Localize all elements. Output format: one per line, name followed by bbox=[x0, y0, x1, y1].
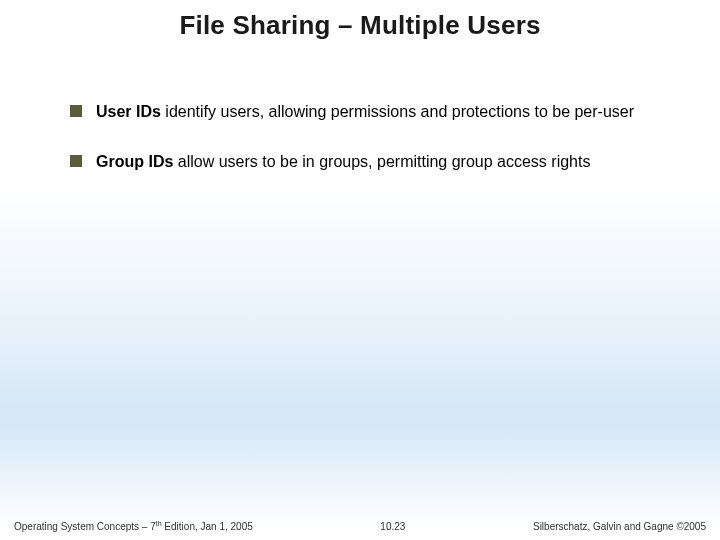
slide-footer: Operating System Concepts – 7th Edition,… bbox=[0, 520, 720, 532]
footer-left: Operating System Concepts – 7th Edition,… bbox=[14, 520, 253, 532]
footer-page-number: 10.23 bbox=[253, 521, 533, 532]
bullet-rest: allow users to be in groups, permitting … bbox=[173, 153, 590, 170]
slide-content: User IDs identify users, allowing permis… bbox=[0, 41, 720, 172]
bullet-square-icon bbox=[70, 155, 82, 167]
slide-title: File Sharing – Multiple Users bbox=[0, 0, 720, 41]
bullet-rest: identify users, allowing permissions and… bbox=[161, 103, 634, 120]
bullet-square-icon bbox=[70, 105, 82, 117]
bullet-text: Group IDs allow users to be in groups, p… bbox=[96, 151, 590, 173]
bullet-bold: Group IDs bbox=[96, 153, 173, 170]
footer-copyright: Silberschatz, Galvin and Gagne ©2005 bbox=[533, 521, 706, 532]
bullet-text: User IDs identify users, allowing permis… bbox=[96, 101, 634, 123]
bullet-bold: User IDs bbox=[96, 103, 161, 120]
footer-left-a: Operating System Concepts – 7 bbox=[14, 521, 156, 532]
list-item: User IDs identify users, allowing permis… bbox=[70, 101, 650, 123]
footer-left-b: Edition, Jan 1, 2005 bbox=[162, 521, 253, 532]
list-item: Group IDs allow users to be in groups, p… bbox=[70, 151, 650, 173]
